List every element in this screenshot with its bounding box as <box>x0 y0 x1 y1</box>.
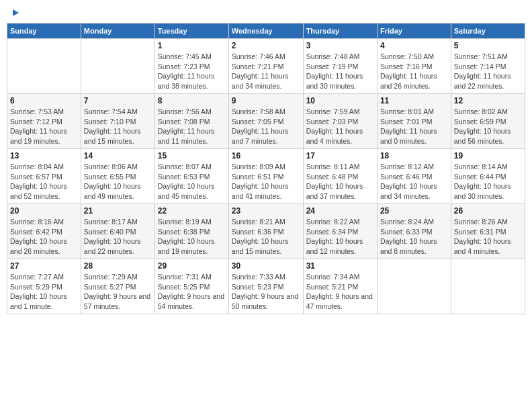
col-header-monday: Monday <box>81 24 154 39</box>
day-number: 30 <box>232 261 300 271</box>
col-header-tuesday: Tuesday <box>154 24 228 39</box>
week-row-3: 13Sunrise: 8:04 AMSunset: 6:57 PMDayligh… <box>7 149 525 204</box>
day-info: Sunrise: 7:48 AMSunset: 7:19 PMDaylight:… <box>306 52 374 91</box>
day-cell: 5Sunrise: 7:51 AMSunset: 7:14 PMDaylight… <box>451 39 525 94</box>
day-info: Sunrise: 7:50 AMSunset: 7:16 PMDaylight:… <box>380 52 448 91</box>
day-number: 17 <box>306 151 374 161</box>
col-header-sunday: Sunday <box>7 24 81 39</box>
day-cell: 28Sunrise: 7:29 AMSunset: 5:27 PMDayligh… <box>81 259 154 314</box>
day-info: Sunrise: 7:29 AMSunset: 5:27 PMDaylight:… <box>84 272 152 312</box>
day-number: 23 <box>232 206 300 216</box>
day-number: 14 <box>84 151 152 161</box>
day-info: Sunrise: 8:09 AMSunset: 6:51 PMDaylight:… <box>232 162 300 201</box>
day-info: Sunrise: 8:12 AMSunset: 6:46 PMDaylight:… <box>380 162 448 201</box>
day-info: Sunrise: 8:22 AMSunset: 6:34 PMDaylight:… <box>306 217 374 257</box>
day-info: Sunrise: 8:24 AMSunset: 6:33 PMDaylight:… <box>380 217 448 257</box>
day-cell: 2Sunrise: 7:46 AMSunset: 7:21 PMDaylight… <box>228 39 303 94</box>
day-info: Sunrise: 8:01 AMSunset: 7:01 PMDaylight:… <box>380 107 448 146</box>
day-cell: 22Sunrise: 8:19 AMSunset: 6:38 PMDayligh… <box>154 204 228 259</box>
day-cell: 27Sunrise: 7:27 AMSunset: 5:29 PMDayligh… <box>7 259 81 314</box>
day-cell: 6Sunrise: 7:53 AMSunset: 7:12 PMDaylight… <box>7 94 81 149</box>
day-cell <box>7 39 81 94</box>
col-header-wednesday: Wednesday <box>228 24 303 39</box>
day-info: Sunrise: 7:31 AMSunset: 5:25 PMDaylight:… <box>158 272 226 312</box>
day-cell: 17Sunrise: 8:11 AMSunset: 6:48 PMDayligh… <box>303 149 377 204</box>
day-number: 27 <box>10 261 78 271</box>
day-cell: 24Sunrise: 8:22 AMSunset: 6:34 PMDayligh… <box>303 204 377 259</box>
day-info: Sunrise: 8:07 AMSunset: 6:53 PMDaylight:… <box>158 162 226 201</box>
day-info: Sunrise: 7:46 AMSunset: 7:21 PMDaylight:… <box>232 52 300 91</box>
day-info: Sunrise: 7:56 AMSunset: 7:08 PMDaylight:… <box>158 107 226 146</box>
day-info: Sunrise: 8:17 AMSunset: 6:40 PMDaylight:… <box>84 217 152 257</box>
day-cell: 23Sunrise: 8:21 AMSunset: 6:36 PMDayligh… <box>228 204 303 259</box>
day-info: Sunrise: 7:59 AMSunset: 7:03 PMDaylight:… <box>306 107 374 146</box>
day-info: Sunrise: 8:02 AMSunset: 6:59 PMDaylight:… <box>454 107 522 146</box>
day-info: Sunrise: 8:11 AMSunset: 6:48 PMDaylight:… <box>306 162 374 201</box>
day-number: 2 <box>232 41 300 50</box>
col-header-thursday: Thursday <box>303 24 377 39</box>
day-cell: 15Sunrise: 8:07 AMSunset: 6:53 PMDayligh… <box>154 149 228 204</box>
day-cell: 10Sunrise: 7:59 AMSunset: 7:03 PMDayligh… <box>303 94 377 149</box>
day-info: Sunrise: 7:34 AMSunset: 5:21 PMDaylight:… <box>306 272 374 312</box>
day-number: 20 <box>10 206 78 216</box>
day-info: Sunrise: 7:58 AMSunset: 7:05 PMDaylight:… <box>232 107 300 146</box>
day-number: 29 <box>158 261 226 271</box>
day-number: 9 <box>232 96 300 105</box>
week-row-1: 1Sunrise: 7:45 AMSunset: 7:23 PMDaylight… <box>7 39 525 94</box>
day-number: 1 <box>158 41 226 50</box>
day-info: Sunrise: 7:33 AMSunset: 5:23 PMDaylight:… <box>232 272 300 312</box>
day-number: 12 <box>454 96 522 105</box>
week-row-2: 6Sunrise: 7:53 AMSunset: 7:12 PMDaylight… <box>7 94 525 149</box>
day-info: Sunrise: 7:53 AMSunset: 7:12 PMDaylight:… <box>10 107 78 146</box>
day-number: 24 <box>306 206 374 216</box>
day-number: 31 <box>306 261 374 271</box>
day-info: Sunrise: 8:14 AMSunset: 6:44 PMDaylight:… <box>454 162 522 201</box>
day-cell: 30Sunrise: 7:33 AMSunset: 5:23 PMDayligh… <box>228 259 303 314</box>
col-header-friday: Friday <box>377 24 451 39</box>
day-number: 6 <box>10 96 78 105</box>
day-number: 4 <box>380 41 448 50</box>
day-cell: 8Sunrise: 7:56 AMSunset: 7:08 PMDaylight… <box>154 94 228 149</box>
day-number: 16 <box>232 151 300 161</box>
day-number: 13 <box>10 151 78 161</box>
day-cell: 9Sunrise: 7:58 AMSunset: 7:05 PMDaylight… <box>228 94 303 149</box>
day-cell: 19Sunrise: 8:14 AMSunset: 6:44 PMDayligh… <box>451 149 525 204</box>
day-info: Sunrise: 7:51 AMSunset: 7:14 PMDaylight:… <box>454 52 522 91</box>
day-number: 26 <box>454 206 522 216</box>
day-cell: 29Sunrise: 7:31 AMSunset: 5:25 PMDayligh… <box>154 259 228 314</box>
col-header-saturday: Saturday <box>451 24 525 39</box>
day-number: 10 <box>306 96 374 105</box>
header <box>7 7 525 17</box>
day-info: Sunrise: 7:45 AMSunset: 7:23 PMDaylight:… <box>158 52 226 91</box>
logo <box>11 9 19 15</box>
day-cell <box>81 39 154 94</box>
day-cell: 11Sunrise: 8:01 AMSunset: 7:01 PMDayligh… <box>377 94 451 149</box>
calendar-header-row: SundayMondayTuesdayWednesdayThursdayFrid… <box>7 24 525 39</box>
day-cell: 1Sunrise: 7:45 AMSunset: 7:23 PMDaylight… <box>154 39 228 94</box>
day-info: Sunrise: 8:26 AMSunset: 6:31 PMDaylight:… <box>454 217 522 257</box>
calendar-table: SundayMondayTuesdayWednesdayThursdayFrid… <box>7 23 525 314</box>
day-cell: 25Sunrise: 8:24 AMSunset: 6:33 PMDayligh… <box>377 204 451 259</box>
day-number: 28 <box>84 261 152 271</box>
day-cell: 14Sunrise: 8:06 AMSunset: 6:55 PMDayligh… <box>81 149 154 204</box>
day-cell: 26Sunrise: 8:26 AMSunset: 6:31 PMDayligh… <box>451 204 525 259</box>
week-row-4: 20Sunrise: 8:16 AMSunset: 6:42 PMDayligh… <box>7 204 525 259</box>
day-cell: 20Sunrise: 8:16 AMSunset: 6:42 PMDayligh… <box>7 204 81 259</box>
day-number: 25 <box>380 206 448 216</box>
day-info: Sunrise: 7:27 AMSunset: 5:29 PMDaylight:… <box>10 272 78 312</box>
day-cell: 12Sunrise: 8:02 AMSunset: 6:59 PMDayligh… <box>451 94 525 149</box>
day-cell: 31Sunrise: 7:34 AMSunset: 5:21 PMDayligh… <box>303 259 377 314</box>
day-cell: 21Sunrise: 8:17 AMSunset: 6:40 PMDayligh… <box>81 204 154 259</box>
week-row-5: 27Sunrise: 7:27 AMSunset: 5:29 PMDayligh… <box>7 259 525 314</box>
day-number: 22 <box>158 206 226 216</box>
day-number: 5 <box>454 41 522 50</box>
day-cell <box>451 259 525 314</box>
day-cell: 16Sunrise: 8:09 AMSunset: 6:51 PMDayligh… <box>228 149 303 204</box>
day-cell: 13Sunrise: 8:04 AMSunset: 6:57 PMDayligh… <box>7 149 81 204</box>
day-number: 15 <box>158 151 226 161</box>
day-number: 21 <box>84 206 152 216</box>
day-number: 18 <box>380 151 448 161</box>
day-number: 11 <box>380 96 448 105</box>
day-number: 19 <box>454 151 522 161</box>
day-number: 3 <box>306 41 374 50</box>
